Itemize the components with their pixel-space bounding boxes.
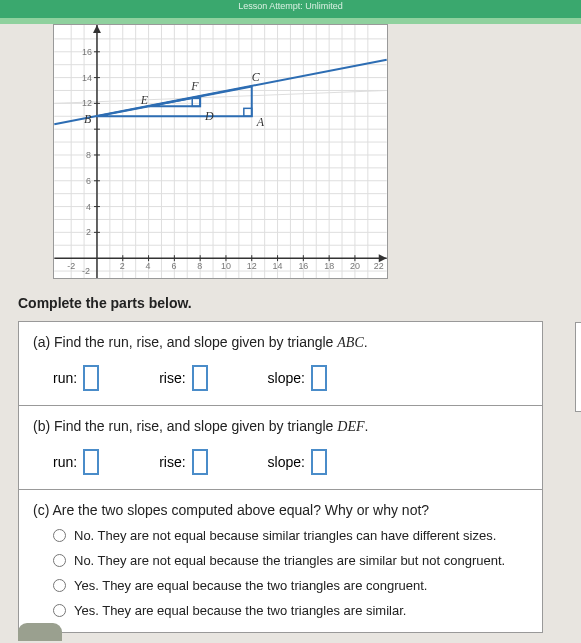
radio-3[interactable] [53, 579, 66, 592]
svg-text:2: 2 [120, 261, 125, 271]
rise-input-a[interactable] [192, 365, 208, 391]
coordinate-graph: 16 14 12 8 6 4 2 -2 -2 2 4 6 8 10 12 14 … [54, 25, 387, 278]
svg-text:14: 14 [273, 261, 283, 271]
part-c: (c) Are the two slopes computed above eq… [19, 490, 542, 632]
part-a: (a) Find the run, rise, and slope given … [19, 322, 542, 406]
svg-text:22: 22 [374, 261, 384, 271]
svg-text:14: 14 [82, 73, 92, 83]
svg-text:8: 8 [86, 150, 91, 160]
part-c-prompt: (c) Are the two slopes computed above eq… [33, 502, 528, 518]
label-F: F [190, 79, 199, 93]
svg-text:-2: -2 [67, 261, 75, 271]
run-label-b: run: [53, 454, 77, 470]
option-4[interactable]: Yes. They are equal because the two tria… [33, 603, 528, 618]
part-a-prompt: (a) Find the run, rise, and slope given … [33, 334, 528, 351]
svg-text:16: 16 [298, 261, 308, 271]
graph-panel: 16 14 12 8 6 4 2 -2 -2 2 4 6 8 10 12 14 … [53, 24, 388, 279]
part-b-prompt: (b) Find the run, rise, and slope given … [33, 418, 528, 435]
svg-text:4: 4 [86, 202, 91, 212]
footer-pill[interactable] [18, 623, 62, 641]
svg-text:6: 6 [171, 261, 176, 271]
slope-label-b: slope: [268, 454, 305, 470]
label-D: D [204, 109, 214, 123]
run-label-a: run: [53, 370, 77, 386]
part-b: (b) Find the run, rise, and slope given … [19, 406, 542, 490]
slope-input-a[interactable] [311, 365, 327, 391]
svg-text:18: 18 [324, 261, 334, 271]
svg-text:2: 2 [86, 227, 91, 237]
radio-1[interactable] [53, 529, 66, 542]
option-2[interactable]: No. They are not equal because the trian… [33, 553, 528, 568]
instruction-text: Complete the parts below. [18, 295, 563, 311]
slope-label-a: slope: [268, 370, 305, 386]
svg-rect-86 [244, 108, 252, 116]
svg-text:20: 20 [350, 261, 360, 271]
option-1[interactable]: No. They are not equal because similar t… [33, 528, 528, 543]
run-input-a[interactable] [83, 365, 99, 391]
svg-text:12: 12 [82, 98, 92, 108]
label-C: C [252, 70, 261, 84]
svg-text:10: 10 [221, 261, 231, 271]
label-E: E [140, 93, 149, 107]
option-3[interactable]: Yes. They are equal because the two tria… [33, 578, 528, 593]
radio-4[interactable] [53, 604, 66, 617]
radio-2[interactable] [53, 554, 66, 567]
svg-text:4: 4 [146, 261, 151, 271]
rise-input-b[interactable] [192, 449, 208, 475]
svg-text:-2: -2 [82, 266, 90, 276]
rise-label-b: rise: [159, 454, 185, 470]
svg-rect-87 [192, 98, 200, 106]
run-input-b[interactable] [83, 449, 99, 475]
side-panel-edge [575, 322, 581, 412]
svg-text:8: 8 [197, 261, 202, 271]
label-A: A [256, 115, 265, 129]
top-banner: Lesson Attempt: Unlimited [0, 0, 581, 18]
svg-marker-88 [93, 25, 101, 33]
rise-label-a: rise: [159, 370, 185, 386]
slope-input-b[interactable] [311, 449, 327, 475]
svg-text:6: 6 [86, 176, 91, 186]
label-B: B [84, 112, 91, 126]
question-box: (a) Find the run, rise, and slope given … [18, 321, 543, 633]
top-banner-text: Lesson Attempt: Unlimited [238, 1, 343, 11]
svg-text:12: 12 [247, 261, 257, 271]
svg-text:16: 16 [82, 47, 92, 57]
